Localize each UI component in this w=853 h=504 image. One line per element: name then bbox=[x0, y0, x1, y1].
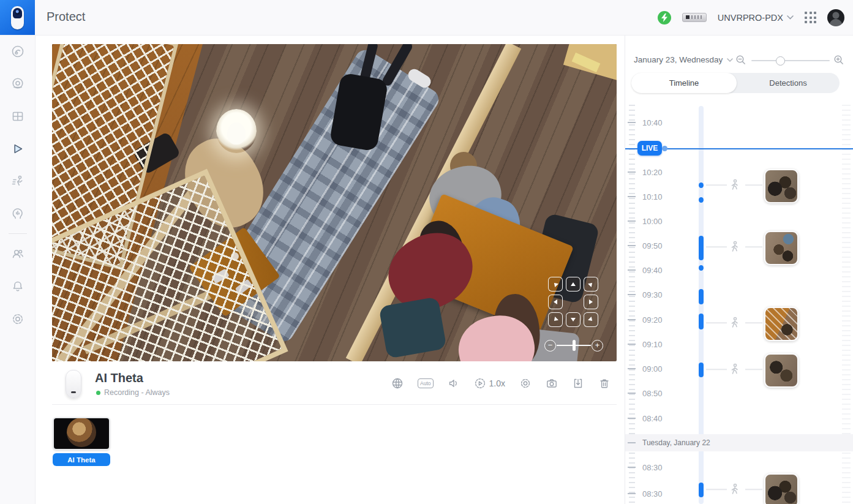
detection-connector bbox=[706, 322, 727, 323]
timeline-panel-header: January 23, Wednesday Timeline Detection… bbox=[625, 35, 853, 102]
detection-connector bbox=[745, 184, 762, 186]
sidebar-item-live-view[interactable] bbox=[0, 132, 35, 165]
detection-connector bbox=[706, 489, 727, 490]
camera-device-icon bbox=[66, 370, 81, 398]
snapshot-button[interactable] bbox=[546, 377, 558, 389]
live-playhead[interactable]: LIVE bbox=[625, 148, 853, 149]
sidebar-item-dashboard[interactable] bbox=[0, 35, 35, 67]
camera-thumbnail[interactable] bbox=[53, 417, 110, 450]
decorative bbox=[524, 382, 527, 385]
event-segment[interactable] bbox=[699, 182, 704, 188]
motion-detection-icon[interactable] bbox=[728, 240, 742, 254]
volume-button[interactable] bbox=[448, 377, 460, 389]
tab-timeline[interactable]: Timeline bbox=[631, 73, 737, 93]
ptz-down-button[interactable] bbox=[566, 312, 581, 327]
event-segment[interactable] bbox=[699, 289, 704, 304]
decorative bbox=[15, 51, 17, 53]
delete-button[interactable] bbox=[598, 377, 611, 389]
protect-app-logo[interactable] bbox=[0, 0, 35, 35]
dewarp-button[interactable] bbox=[391, 377, 404, 389]
console-name: UNVRPRO-PDX bbox=[718, 13, 783, 23]
scene-shape bbox=[227, 122, 246, 145]
sidebar-item-viewports[interactable] bbox=[0, 100, 35, 132]
recording-status-dot bbox=[96, 391, 100, 395]
sidebar-item-notifications[interactable] bbox=[0, 270, 35, 303]
decorative bbox=[588, 317, 594, 323]
ptz-left-button[interactable] bbox=[548, 295, 563, 309]
timeline-scroll[interactable]: LIVE 10:4010:2010:1010:0009:5009:4009:30… bbox=[625, 35, 853, 504]
timeline-tick bbox=[628, 122, 636, 123]
tab-detections[interactable]: Detections bbox=[737, 73, 840, 93]
decorative bbox=[479, 382, 482, 385]
ptz-up-button[interactable] bbox=[566, 277, 581, 291]
decorative bbox=[554, 299, 557, 304]
zoom-in-button[interactable]: + bbox=[592, 340, 603, 352]
decorative bbox=[814, 12, 816, 14]
motion-detection-icon[interactable] bbox=[728, 363, 742, 376]
event-segment[interactable] bbox=[699, 197, 704, 203]
event-segment[interactable] bbox=[699, 314, 704, 329]
sidebar-item-ai-assistant[interactable] bbox=[0, 197, 35, 230]
event-segment[interactable] bbox=[699, 483, 704, 497]
event-segment[interactable] bbox=[699, 265, 704, 271]
detection-thumbnail[interactable] bbox=[764, 473, 799, 504]
console-selector[interactable]: UNVRPRO-PDX bbox=[718, 13, 794, 23]
date-selector[interactable]: January 23, Wednesday bbox=[634, 55, 733, 64]
detection-thumbnail[interactable] bbox=[764, 231, 799, 265]
timeline-zoom-in-button[interactable] bbox=[833, 55, 844, 68]
timeline-zoom-out-button[interactable] bbox=[735, 55, 746, 68]
live-video-player[interactable]: − + bbox=[52, 44, 617, 361]
motion-detection-icon[interactable] bbox=[728, 483, 742, 496]
timeline-tick-label: 09:30 bbox=[642, 290, 663, 299]
decorative bbox=[13, 78, 23, 88]
quality-auto-button[interactable]: Auto bbox=[418, 378, 434, 388]
detection-thumbnail[interactable] bbox=[764, 169, 799, 203]
live-badge[interactable]: LIVE bbox=[637, 141, 662, 156]
timeline-zoom-slider[interactable] bbox=[751, 60, 830, 61]
timeline-tick-label: 10:40 bbox=[642, 118, 663, 127]
sidebar-item-cameras[interactable] bbox=[0, 67, 35, 100]
decorative bbox=[15, 145, 21, 152]
snapshot-camera-icon bbox=[546, 377, 558, 389]
sidebar-item-detections[interactable] bbox=[0, 165, 35, 197]
decorative bbox=[13, 112, 22, 120]
decorative bbox=[727, 59, 732, 61]
sidebar-item-users[interactable] bbox=[0, 238, 35, 270]
ptz-up-left-button[interactable] bbox=[548, 277, 563, 291]
sidebar-item-settings[interactable] bbox=[0, 303, 35, 335]
decorative bbox=[805, 21, 807, 23]
ptz-up-right-button[interactable] bbox=[584, 277, 598, 291]
timeline-tick bbox=[628, 393, 636, 394]
playback-speed-button[interactable]: 1.0x bbox=[474, 377, 505, 389]
camera-settings-button[interactable] bbox=[519, 377, 532, 389]
download-button[interactable] bbox=[572, 377, 584, 389]
camera-thumbnail-label[interactable]: AI Theta bbox=[53, 453, 110, 466]
detection-thumbnail[interactable] bbox=[764, 353, 799, 388]
decorative bbox=[13, 282, 21, 288]
motion-detection-icon[interactable] bbox=[728, 178, 742, 192]
viewport-grid-icon bbox=[10, 109, 25, 124]
motion-detection-icon[interactable] bbox=[728, 316, 742, 329]
detection-connector bbox=[745, 322, 762, 323]
ptz-down-right-button[interactable] bbox=[584, 312, 598, 327]
event-segment[interactable] bbox=[699, 236, 704, 260]
timeline-tick-label: 08:40 bbox=[642, 414, 663, 423]
ptz-right-button[interactable] bbox=[584, 295, 598, 309]
timeline-zoom-slider-thumb[interactable] bbox=[776, 56, 785, 66]
detection-connector bbox=[745, 369, 762, 370]
timeline-tick-label: 09:20 bbox=[642, 315, 663, 325]
decorative bbox=[12, 46, 23, 56]
decorative bbox=[13, 314, 21, 323]
gear-icon bbox=[519, 377, 532, 389]
apps-grid-icon[interactable] bbox=[805, 12, 816, 23]
doorbell-logo-icon bbox=[11, 6, 24, 29]
ptz-down-left-button[interactable] bbox=[548, 312, 563, 327]
detection-thumbnail[interactable] bbox=[764, 307, 799, 341]
zoom-slider-thumb[interactable] bbox=[573, 340, 576, 351]
decorative bbox=[16, 81, 20, 85]
zoom-out-button[interactable]: − bbox=[544, 340, 556, 352]
chevron-down-icon bbox=[727, 58, 733, 62]
event-segment[interactable] bbox=[699, 363, 704, 377]
timeline-tick bbox=[628, 418, 636, 419]
user-avatar[interactable] bbox=[827, 9, 844, 26]
